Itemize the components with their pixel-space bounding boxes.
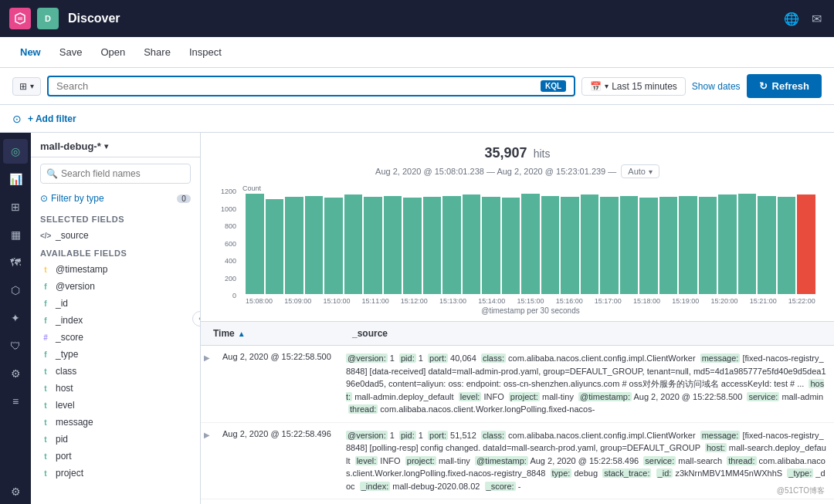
bar-chart-bar[interactable] xyxy=(324,198,343,294)
bar-chart-bar[interactable] xyxy=(797,194,815,294)
port-field-icon: t xyxy=(40,452,51,461)
graph-icon[interactable]: ⬡ xyxy=(3,278,28,303)
table-row[interactable]: ▶ Aug 2, 2020 @ 15:22:58.496 @version: 1… xyxy=(201,423,834,500)
bar-chart-bar[interactable] xyxy=(778,197,796,294)
index-pattern-selector[interactable]: mall-debug-* ▾ xyxy=(40,140,191,152)
bar-chart-bar[interactable] xyxy=(442,196,461,294)
visualize-icon[interactable]: 📊 xyxy=(3,167,28,191)
menu-inspect[interactable]: Inspect xyxy=(181,42,229,63)
menu-bar: New Save Open Share Inspect xyxy=(0,37,834,68)
field-item-host[interactable]: t host xyxy=(31,380,200,397)
search-input[interactable] xyxy=(56,80,534,92)
auto-select[interactable]: Auto ▾ xyxy=(621,164,659,178)
table-row[interactable]: ▶ Aug 2, 2020 @ 15:22:58.488 @version: 1… xyxy=(201,499,834,504)
bar-chart-bar[interactable] xyxy=(423,197,442,294)
field-item-index[interactable]: f _index xyxy=(31,312,200,329)
bar-chart-bar[interactable] xyxy=(482,197,500,294)
menu-save[interactable]: Save xyxy=(52,42,90,63)
field-item-score[interactable]: # _score xyxy=(31,329,200,346)
bar-chart-bar[interactable] xyxy=(600,197,619,294)
chart-subtitle: Aug 2, 2020 @ 15:08:01.238 — Aug 2, 2020… xyxy=(216,164,819,178)
bar-chart-bar[interactable] xyxy=(758,196,776,294)
bar-chart-bar[interactable] xyxy=(502,198,520,294)
show-dates-button[interactable]: Show dates xyxy=(692,81,741,92)
settings-icon[interactable]: ⚙ xyxy=(3,479,28,504)
menu-new[interactable]: New xyxy=(12,42,49,63)
time-range-label: Last 15 minutes xyxy=(612,81,677,92)
filter-by-type-label: Filter by type xyxy=(51,193,104,204)
col-time-header[interactable]: Time ▲ xyxy=(213,328,352,339)
bar-chart-bar[interactable] xyxy=(266,199,284,295)
security-icon[interactable]: 🛡 xyxy=(3,333,28,358)
elastic-logo[interactable] xyxy=(9,8,31,29)
bar-chart-bar[interactable] xyxy=(718,194,737,294)
bar-chart-bar[interactable] xyxy=(403,198,422,294)
discover-app-icon[interactable]: D xyxy=(37,8,59,29)
field-item-version[interactable]: f @version xyxy=(31,278,200,295)
menu-open[interactable]: Open xyxy=(93,42,133,63)
bar-chart-bar[interactable] xyxy=(738,194,757,294)
dev-tools-icon[interactable]: ⚙ xyxy=(3,361,28,386)
field-item-message[interactable]: t message xyxy=(31,414,200,431)
index-pattern-label: mall-debug-* xyxy=(40,140,101,152)
field-item-class[interactable]: t class xyxy=(31,363,200,380)
project-field-icon: t xyxy=(40,469,51,478)
version-field-name: @version xyxy=(56,281,95,292)
field-item-pid[interactable]: t pid xyxy=(31,431,200,448)
canvas-icon[interactable]: ▦ xyxy=(3,222,28,247)
refresh-button[interactable]: ↻ Refresh xyxy=(747,74,822,98)
field-item-project[interactable]: t project xyxy=(31,465,200,482)
kql-badge[interactable]: KQL xyxy=(541,80,566,92)
filter-collapse-button[interactable]: ⊙ xyxy=(12,113,22,125)
stack-monitoring-icon[interactable]: ≡ xyxy=(3,389,28,414)
bar-chart-bar[interactable] xyxy=(659,197,678,294)
compass-icon[interactable]: ◎ xyxy=(3,139,28,164)
bar-chart-bar[interactable] xyxy=(699,197,717,294)
search-fields-input[interactable] xyxy=(40,164,191,184)
log-time: Aug 2, 2020 @ 15:22:58.500 xyxy=(216,346,340,367)
index-selector[interactable]: ⊞ ▾ xyxy=(12,77,41,96)
bar-chart-bar[interactable] xyxy=(246,194,264,294)
bar-chart-bar[interactable] xyxy=(305,196,324,294)
bar-chart-bar[interactable] xyxy=(285,197,303,294)
bar-chart-bar[interactable] xyxy=(541,196,560,294)
count-axis-label: Count xyxy=(242,184,819,192)
bar-chart-bar[interactable] xyxy=(620,196,639,294)
field-item-id[interactable]: f _id xyxy=(31,295,200,312)
table-row[interactable]: ▶ Aug 2, 2020 @ 15:22:58.500 @version: 1… xyxy=(201,346,834,423)
bar-chart-bar[interactable] xyxy=(561,197,579,294)
bar-chart-bar[interactable] xyxy=(463,194,481,294)
field-item-port[interactable]: t port xyxy=(31,448,200,465)
y-label-400: 400 xyxy=(216,257,236,265)
globe-icon-btn[interactable]: 🌐 xyxy=(781,8,802,29)
dashboard-icon[interactable]: ⊞ xyxy=(3,194,28,219)
mail-icon-btn[interactable]: ✉ xyxy=(809,8,825,29)
bar-chart-bar[interactable] xyxy=(344,194,363,294)
chart-x-title: @timestamp per 30 seconds xyxy=(242,306,819,315)
bar-chart-bar[interactable] xyxy=(639,198,658,294)
col-source-header: _source xyxy=(352,328,822,339)
maps-icon[interactable]: 🗺 xyxy=(3,250,28,275)
row-expand-icon[interactable]: ▶ xyxy=(201,423,216,447)
bar-chart-bar[interactable] xyxy=(384,196,402,294)
row-expand-icon[interactable]: ▶ xyxy=(201,346,216,370)
time-picker[interactable]: 📅 ▾ Last 15 minutes xyxy=(581,77,686,96)
field-item-type[interactable]: f _type xyxy=(31,346,200,363)
bar-chart-bar[interactable] xyxy=(679,196,697,294)
bar-chart-bar[interactable] xyxy=(364,197,382,294)
hits-label: hits xyxy=(534,147,551,160)
bar-chart-bar[interactable] xyxy=(581,194,599,294)
type-field-icon: f xyxy=(40,350,51,359)
row-expand-icon[interactable]: ▶ xyxy=(201,499,216,504)
menu-share[interactable]: Share xyxy=(136,42,178,63)
y-label-1200: 1200 xyxy=(216,188,236,195)
add-filter-button[interactable]: + Add filter xyxy=(28,113,76,124)
field-item-level[interactable]: t level xyxy=(31,397,200,414)
machine-learning-icon[interactable]: ✦ xyxy=(3,306,28,330)
field-item-timestamp[interactable]: t @timestamp xyxy=(31,261,200,278)
hits-count: 35,907 xyxy=(485,145,527,161)
field-item-source[interactable]: </> _source xyxy=(31,227,200,244)
bar-chart-bar[interactable] xyxy=(521,194,540,294)
chart-header: 35,907 hits xyxy=(216,145,819,161)
filter-by-type-button[interactable]: ⊙ Filter by type xyxy=(40,193,104,204)
